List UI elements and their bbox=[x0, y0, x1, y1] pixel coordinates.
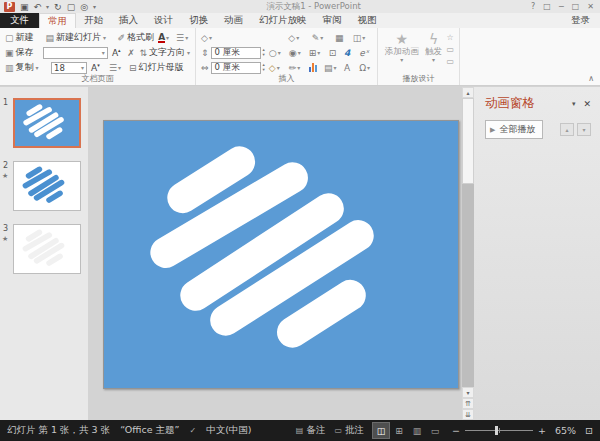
scrollbar-thumb[interactable] bbox=[462, 98, 474, 184]
tab-view[interactable]: 视图 bbox=[350, 13, 385, 28]
play-all-button[interactable]: ▶ 全部播放 bbox=[485, 120, 543, 139]
tab-home[interactable]: 开始 bbox=[76, 13, 111, 28]
scroll-down-icon[interactable]: ▾ bbox=[462, 387, 474, 398]
undo-icon[interactable]: ↶ bbox=[34, 2, 42, 12]
shape-change-button[interactable]: ◇▾ bbox=[288, 33, 307, 43]
next-slide-icon[interactable]: ⇊ bbox=[462, 409, 474, 420]
symbol-button[interactable]: Ω▾ bbox=[359, 63, 372, 73]
bullets-button[interactable]: ☰▾ bbox=[176, 33, 190, 43]
font-size-combo[interactable]: 18▾ bbox=[51, 62, 87, 74]
text-direction-button[interactable]: ⇅文字方向▾ bbox=[139, 46, 190, 59]
tab-insert[interactable]: 插入 bbox=[111, 13, 146, 28]
equation-button[interactable]: eˣ bbox=[359, 48, 372, 58]
wordart-button[interactable]: A bbox=[344, 63, 355, 73]
scroll-up-icon[interactable]: ▴ bbox=[462, 87, 474, 98]
sign-in-button[interactable]: 登录 bbox=[561, 13, 600, 28]
zoom-percentage[interactable]: 65% bbox=[555, 425, 576, 436]
print-preview-icon[interactable]: ◎ bbox=[80, 2, 88, 12]
qat-customize-icon[interactable]: ▾ bbox=[93, 3, 96, 10]
save-button[interactable]: ▣保存 bbox=[5, 46, 39, 59]
ribbon-options-icon[interactable]: □ bbox=[543, 2, 551, 11]
slide-editing-area[interactable] bbox=[88, 87, 462, 420]
play-current-icon[interactable]: ▭ bbox=[446, 57, 454, 66]
draw-button[interactable]: ✎▾ bbox=[312, 33, 331, 43]
tab-file[interactable]: 文件 bbox=[0, 13, 39, 28]
ink-button[interactable]: 4 bbox=[344, 48, 355, 58]
shapes-button[interactable]: ◇▾ bbox=[201, 33, 284, 43]
play-icon: ▶ bbox=[490, 126, 495, 134]
animation-pane-toggle-icon[interactable]: ☆ bbox=[446, 33, 454, 42]
pen-button[interactable]: ✏▾ bbox=[289, 63, 305, 73]
tab-review[interactable]: 审阅 bbox=[315, 13, 350, 28]
theme-name[interactable]: “Office 主题” bbox=[120, 424, 179, 437]
numbering-button[interactable]: ☰▾ bbox=[109, 63, 125, 73]
comments-button[interactable]: ▭批注 bbox=[334, 424, 364, 437]
fit-to-window-icon[interactable]: ⊡ bbox=[585, 425, 593, 436]
slide-counter[interactable]: 幻灯片 第 1 张，共 3 张 bbox=[7, 424, 110, 437]
shrink-font-button[interactable]: A▾ bbox=[91, 62, 105, 73]
pane-close-icon[interactable]: ✕ bbox=[583, 99, 591, 109]
slideshow-view-icon[interactable]: ▭ bbox=[427, 423, 443, 438]
maximize-icon[interactable]: □ bbox=[572, 2, 580, 11]
close-icon[interactable]: ✕ bbox=[587, 2, 594, 11]
redo-icon[interactable]: ↻ bbox=[54, 2, 62, 12]
chart-button[interactable] bbox=[309, 63, 320, 72]
font-name-combo[interactable]: ▾ bbox=[43, 47, 108, 59]
tab-design[interactable]: 设计 bbox=[146, 13, 181, 28]
collapse-ribbon-icon[interactable]: ∧ bbox=[588, 74, 594, 83]
add-animation-button[interactable]: ★ 添加动画 ▾ bbox=[383, 30, 421, 74]
wordart-icon: A bbox=[344, 63, 350, 73]
new-button[interactable]: ▢新建 bbox=[5, 31, 42, 44]
zoom-in-icon[interactable]: + bbox=[538, 425, 546, 436]
main-area: 1 2 ★ bbox=[0, 87, 600, 420]
undo-dropdown-icon[interactable]: ▾ bbox=[46, 3, 49, 10]
save-icon[interactable]: ▣ bbox=[20, 2, 29, 12]
crop-button[interactable]: ⊡ bbox=[329, 48, 340, 58]
scrollbar-track[interactable] bbox=[462, 184, 474, 387]
new-slide-button[interactable]: ▤新建幻灯片▾ bbox=[46, 31, 114, 44]
clear-format-button[interactable]: ✗ bbox=[127, 48, 135, 58]
format-painter-button[interactable]: ✐格式刷 bbox=[118, 31, 155, 44]
slide-thumbnail-2[interactable]: 2 ★ bbox=[13, 161, 81, 211]
vertical-scrollbar[interactable]: ▴ ▾ ⇈ ⇊ bbox=[462, 87, 474, 420]
zoom-slider-thumb[interactable] bbox=[495, 426, 498, 435]
current-slide[interactable] bbox=[103, 120, 459, 389]
tab-animations[interactable]: 动画 bbox=[216, 13, 251, 28]
picture-button[interactable]: ◫▾ bbox=[353, 33, 372, 43]
tab-common[interactable]: 常用 bbox=[39, 13, 76, 28]
notes-button[interactable]: ▤备注 bbox=[296, 424, 326, 437]
shape-fill-button[interactable]: ◉▾ bbox=[289, 48, 305, 58]
shape-width-field[interactable]: ⇔0 厘米▴▾ bbox=[201, 62, 265, 74]
slide-sorter-view-icon[interactable]: ⊞ bbox=[391, 423, 407, 438]
tab-slideshow[interactable]: 幻灯片放映 bbox=[251, 13, 315, 28]
slide-thumbnail-3[interactable]: 3 ★ bbox=[13, 224, 81, 274]
zoom-slider[interactable] bbox=[465, 430, 533, 431]
color-picker-button[interactable]: ◇▾ bbox=[269, 63, 285, 73]
shape-outline-button[interactable]: ○▾ bbox=[269, 48, 285, 58]
new-document-icon[interactable]: ▢ bbox=[67, 2, 76, 12]
grow-font-button[interactable]: A▴ bbox=[112, 47, 123, 58]
trigger-button[interactable]: ϟ 触发 ▾ bbox=[421, 30, 447, 74]
reading-view-icon[interactable]: ▥ bbox=[409, 423, 425, 438]
height-down-icon[interactable]: ▾ bbox=[263, 53, 265, 58]
language-indicator[interactable]: 中文(中国) bbox=[206, 424, 251, 437]
pane-dropdown-icon[interactable]: ▾ bbox=[572, 100, 584, 108]
normal-view-icon[interactable]: ◫ bbox=[373, 423, 389, 438]
screenshot-button[interactable]: ▦ bbox=[335, 33, 349, 43]
spell-check-icon[interactable]: ✓ bbox=[189, 426, 196, 435]
zoom-out-icon[interactable]: − bbox=[452, 425, 460, 436]
help-icon[interactable]: ? bbox=[531, 2, 535, 11]
tab-transitions[interactable]: 切换 bbox=[181, 13, 216, 28]
smartart-button[interactable]: ▤▾ bbox=[324, 63, 340, 73]
shape-height-field[interactable]: ⇕0 厘米▴▾ bbox=[201, 47, 265, 59]
title-bar: P ▣ ↶ ▾ ↻ ▢ ◎ ▾ 演示文稿1 - PowerPoint ? □ ─… bbox=[0, 0, 600, 13]
play-from-start-icon[interactable]: ▭ bbox=[446, 45, 454, 54]
move-earlier-icon[interactable]: ▴ bbox=[560, 123, 574, 136]
previous-slide-icon[interactable]: ⇈ bbox=[462, 398, 474, 409]
move-later-icon[interactable]: ▾ bbox=[577, 123, 591, 136]
table-button[interactable]: ⊞▾ bbox=[309, 48, 325, 58]
minimize-icon[interactable]: ─ bbox=[559, 2, 564, 11]
slide-thumbnail-1[interactable]: 1 bbox=[13, 98, 81, 148]
width-down-icon[interactable]: ▾ bbox=[263, 68, 265, 73]
font-color-button[interactable]: A▾ bbox=[158, 33, 172, 43]
